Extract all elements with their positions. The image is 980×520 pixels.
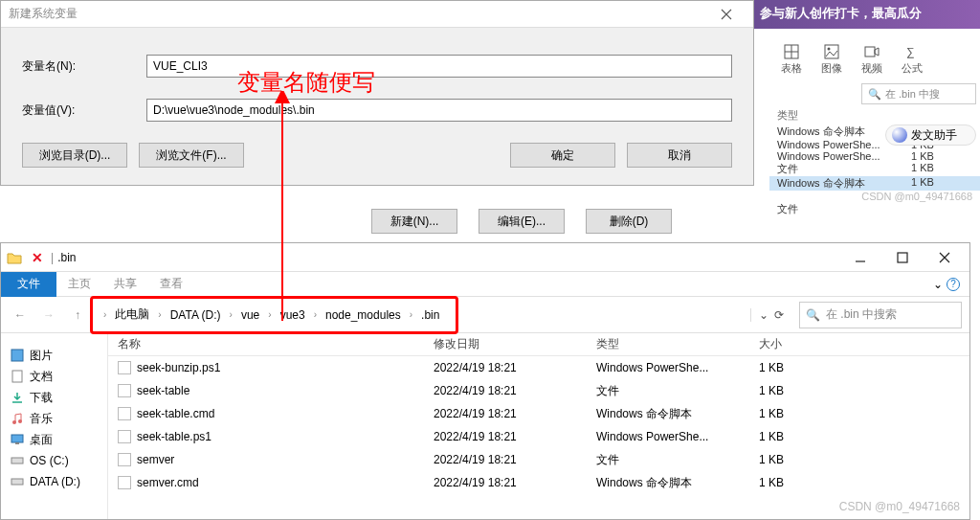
- search-icon: 🔍: [806, 308, 820, 322]
- svg-point-13: [12, 420, 16, 424]
- tab-view[interactable]: 查看: [148, 272, 194, 297]
- file-explorer: ✕ | .bin 文件 主页 共享 查看 ⌄ ? ← → ↑ › 此电脑› DA…: [0, 242, 970, 520]
- ribbon-formula-icon: ∑公式: [902, 44, 923, 76]
- search-input[interactable]: 🔍 在 .bin 中搜索: [799, 302, 962, 328]
- col-type[interactable]: 类型: [587, 336, 749, 352]
- refresh-icon[interactable]: ⟳: [774, 308, 784, 322]
- ribbon-expand-icon[interactable]: ⌄: [933, 278, 943, 291]
- tab-home[interactable]: 主页: [56, 272, 102, 297]
- assistant-icon: [892, 127, 907, 143]
- nav-drive-d[interactable]: DATA (D:): [1, 471, 107, 492]
- bg-row: Windows 命令脚本1 KB: [769, 176, 980, 191]
- var-value-input[interactable]: [146, 99, 732, 122]
- nav-downloads[interactable]: 下载: [1, 387, 107, 408]
- bg-search[interactable]: 🔍 在 .bin 中搜: [861, 83, 976, 104]
- close-tab-icon[interactable]: ✕: [32, 250, 43, 265]
- svg-rect-11: [12, 371, 22, 382]
- assistant-pill[interactable]: 发文助手: [885, 124, 976, 146]
- help-icon[interactable]: ?: [947, 278, 960, 291]
- env-list-buttons: 新建(N)... 编辑(E)... 删除(D): [371, 209, 672, 234]
- svg-text:∑: ∑: [906, 45, 915, 58]
- cancel-button[interactable]: 取消: [627, 143, 732, 168]
- nav-back-icon[interactable]: ←: [9, 304, 32, 327]
- maximize-button[interactable]: [881, 244, 924, 271]
- file-icon: [118, 361, 131, 374]
- nav-forward-icon[interactable]: →: [37, 304, 60, 327]
- svg-rect-9: [898, 253, 907, 262]
- close-button[interactable]: [707, 2, 746, 27]
- tab-share[interactable]: 共享: [102, 272, 148, 297]
- svg-point-14: [18, 419, 22, 423]
- col-date[interactable]: 修改日期: [424, 336, 587, 352]
- col-size[interactable]: 大小: [749, 336, 864, 352]
- svg-rect-17: [11, 458, 23, 463]
- breadcrumb[interactable]: › 此电脑› DATA (D:)› vue› vue3› node_module…: [95, 302, 793, 328]
- file-row[interactable]: seek-table2022/4/19 18:21文件1 KB: [108, 379, 969, 402]
- svg-rect-15: [11, 435, 23, 442]
- nav-pane: 图片 文档 下载 音乐 桌面 OS (C:) DATA (D:): [1, 333, 108, 519]
- browse-dir-button[interactable]: 浏览目录(D)...: [22, 143, 127, 168]
- file-list: 名称 修改日期 类型 大小 seek-bunzip.ps12022/4/19 1…: [108, 333, 969, 519]
- var-name-label: 变量名(N):: [22, 58, 146, 75]
- bg-row: Windows PowerShe...1 KB: [769, 150, 980, 162]
- file-row[interactable]: seek-table.cmd2022/4/19 18:21Windows 命令脚…: [108, 402, 969, 425]
- var-value-label: 变量值(V):: [22, 102, 146, 119]
- svg-rect-10: [11, 350, 23, 361]
- svg-rect-5: [865, 47, 875, 57]
- svg-point-4: [828, 48, 831, 51]
- file-row[interactable]: semver2022/4/19 18:21文件1 KB: [108, 448, 969, 471]
- file-icon: [118, 476, 131, 489]
- nav-pictures[interactable]: 图片: [1, 345, 107, 366]
- file-icon: [118, 453, 131, 466]
- bg-row: 文件1 KB: [769, 162, 980, 176]
- svg-rect-18: [11, 479, 23, 485]
- nav-documents[interactable]: 文档: [1, 366, 107, 387]
- file-row[interactable]: semver.cmd2022/4/19 18:21Windows 命令脚本1 K…: [108, 471, 969, 494]
- dialog-title: 新建系统变量: [9, 6, 707, 22]
- explorer-title: .bin: [57, 251, 76, 264]
- col-name[interactable]: 名称: [108, 336, 424, 352]
- chevron-down-icon[interactable]: ⌄: [759, 308, 768, 322]
- nav-desktop[interactable]: 桌面: [1, 429, 107, 450]
- close-window-button[interactable]: [924, 244, 966, 271]
- env-var-dialog: 新建系统变量 变量名(N): 变量值(V): 浏览目录(D)... 浏览文件(F…: [0, 0, 754, 186]
- file-icon: [118, 407, 131, 420]
- delete-button[interactable]: 删除(D): [586, 209, 672, 234]
- ribbon-video-icon: 视频: [861, 44, 882, 76]
- var-name-input[interactable]: [146, 55, 732, 78]
- watermark: CSDN @m0_49471668: [839, 500, 960, 513]
- file-row[interactable]: seek-table.ps12022/4/19 18:21Windows Pow…: [108, 425, 969, 448]
- file-icon: [118, 430, 131, 443]
- edit-button[interactable]: 编辑(E)...: [479, 209, 565, 234]
- bg-row: 文件: [769, 202, 980, 216]
- ok-button[interactable]: 确定: [510, 143, 615, 168]
- file-icon: [118, 384, 131, 397]
- nav-up-icon[interactable]: ↑: [66, 304, 89, 327]
- ribbon-image-icon: 图像: [821, 44, 842, 76]
- tab-file[interactable]: 文件: [1, 272, 56, 297]
- file-row[interactable]: seek-bunzip.ps12022/4/19 18:21Windows Po…: [108, 356, 969, 379]
- new-button[interactable]: 新建(N)...: [371, 209, 457, 234]
- folder-icon: [7, 251, 22, 264]
- bg-col-type: 类型: [777, 108, 911, 123]
- ribbon-table-icon: 表格: [781, 44, 802, 76]
- svg-rect-16: [15, 442, 19, 444]
- browse-file-button[interactable]: 浏览文件(F)...: [139, 143, 244, 168]
- minimize-button[interactable]: [839, 244, 881, 271]
- nav-music[interactable]: 音乐: [1, 408, 107, 429]
- nav-drive-c[interactable]: OS (C:): [1, 450, 107, 471]
- bg-watermark: CSDN @m0_49471668: [769, 191, 980, 202]
- promo-banner: 参与新人创作打卡，最高瓜分: [750, 0, 980, 29]
